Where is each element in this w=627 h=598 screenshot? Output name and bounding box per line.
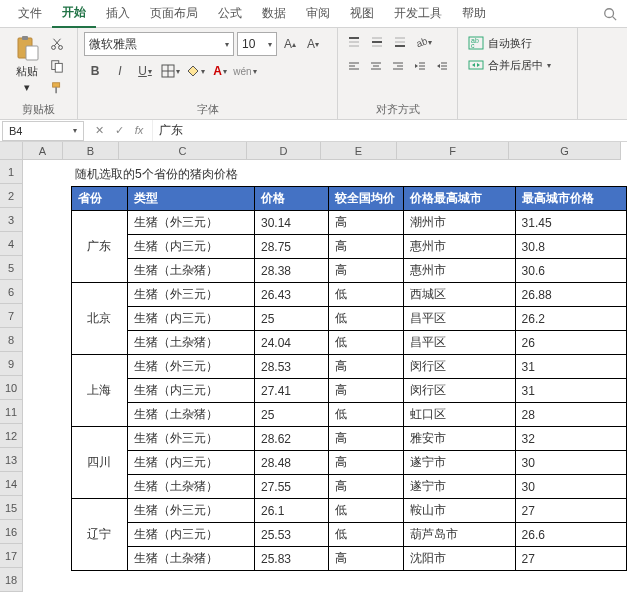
data-cell[interactable]: 30.14	[254, 211, 328, 235]
tab-view[interactable]: 视图	[340, 0, 384, 28]
data-cell[interactable]: 沈阳市	[404, 547, 515, 571]
decrease-indent-button[interactable]	[410, 56, 429, 76]
cancel-edit-button[interactable]: ✕	[92, 124, 106, 137]
search-icon[interactable]	[603, 7, 617, 21]
data-cell[interactable]: 惠州市	[404, 259, 515, 283]
data-cell[interactable]: 生猪（外三元）	[127, 283, 254, 307]
tab-insert[interactable]: 插入	[96, 0, 140, 28]
data-cell[interactable]: 28.62	[254, 427, 328, 451]
data-cell[interactable]: 25.83	[254, 547, 328, 571]
row-header[interactable]: 7	[0, 304, 23, 328]
province-cell[interactable]: 上海	[72, 355, 128, 427]
data-cell[interactable]: 生猪（土杂猪）	[127, 475, 254, 499]
data-cell[interactable]: 25	[254, 403, 328, 427]
data-cell[interactable]: 26.2	[515, 307, 626, 331]
column-header[interactable]: E	[321, 142, 397, 160]
data-cell[interactable]: 生猪（内三元）	[127, 523, 254, 547]
data-cell[interactable]: 30	[515, 475, 626, 499]
province-cell[interactable]: 辽宁	[72, 499, 128, 571]
data-cell[interactable]: 26.43	[254, 283, 328, 307]
merge-center-button[interactable]: 合并后居中▾	[464, 54, 571, 76]
data-cell[interactable]: 31	[515, 379, 626, 403]
column-header[interactable]: D	[247, 142, 321, 160]
row-header[interactable]: 6	[0, 280, 23, 304]
data-cell[interactable]: 高	[328, 379, 404, 403]
data-cell[interactable]: 27.41	[254, 379, 328, 403]
data-cell[interactable]: 26.88	[515, 283, 626, 307]
column-header[interactable]: C	[119, 142, 247, 160]
data-cell[interactable]: 低	[328, 307, 404, 331]
data-cell[interactable]: 低	[328, 499, 404, 523]
data-cell[interactable]: 26.6	[515, 523, 626, 547]
align-center-button[interactable]	[366, 56, 385, 76]
data-cell[interactable]: 昌平区	[404, 331, 515, 355]
bold-button[interactable]: B	[84, 60, 106, 82]
row-header[interactable]: 10	[0, 376, 23, 400]
phonetic-button[interactable]: wén▾	[234, 60, 256, 82]
align-left-button[interactable]	[344, 56, 363, 76]
formula-bar[interactable]: 广东	[152, 120, 627, 141]
data-cell[interactable]: 27	[515, 547, 626, 571]
data-cell[interactable]: 生猪（土杂猪）	[127, 403, 254, 427]
row-header[interactable]: 17	[0, 544, 23, 568]
tab-layout[interactable]: 页面布局	[140, 0, 208, 28]
data-cell[interactable]: 生猪（土杂猪）	[127, 259, 254, 283]
row-header[interactable]: 13	[0, 448, 23, 472]
data-cell[interactable]: 高	[328, 427, 404, 451]
select-all-corner[interactable]	[0, 142, 23, 160]
data-cell[interactable]: 高	[328, 547, 404, 571]
wrap-text-button[interactable]: abc 自动换行	[464, 32, 571, 54]
fx-button[interactable]: fx	[132, 124, 146, 137]
data-cell[interactable]: 25	[254, 307, 328, 331]
tab-data[interactable]: 数据	[252, 0, 296, 28]
increase-font-button[interactable]: A▴	[280, 33, 300, 55]
row-header[interactable]: 12	[0, 424, 23, 448]
tab-help[interactable]: 帮助	[452, 0, 496, 28]
copy-button[interactable]	[47, 56, 67, 76]
data-cell[interactable]: 昌平区	[404, 307, 515, 331]
data-cell[interactable]: 24.04	[254, 331, 328, 355]
data-cell[interactable]: 26	[515, 331, 626, 355]
align-top-button[interactable]	[344, 32, 364, 52]
underline-button[interactable]: U▾	[134, 60, 156, 82]
tab-home[interactable]: 开始	[52, 0, 96, 28]
italic-button[interactable]: I	[109, 60, 131, 82]
font-name-select[interactable]: 微软雅黑▾	[84, 32, 234, 56]
column-header[interactable]: A	[23, 142, 63, 160]
data-cell[interactable]: 高	[328, 211, 404, 235]
data-cell[interactable]: 30.6	[515, 259, 626, 283]
data-cell[interactable]: 26.1	[254, 499, 328, 523]
name-box[interactable]: B4▾	[2, 121, 84, 141]
data-cell[interactable]: 生猪（土杂猪）	[127, 331, 254, 355]
data-cell[interactable]: 30.8	[515, 235, 626, 259]
tab-file[interactable]: 文件	[8, 0, 52, 28]
province-cell[interactable]: 广东	[72, 211, 128, 283]
row-header[interactable]: 8	[0, 328, 23, 352]
row-header[interactable]: 11	[0, 400, 23, 424]
cut-button[interactable]	[47, 34, 67, 54]
font-size-select[interactable]: 10▾	[237, 32, 277, 56]
data-cell[interactable]: 27.55	[254, 475, 328, 499]
data-cell[interactable]: 高	[328, 259, 404, 283]
align-right-button[interactable]	[388, 56, 407, 76]
border-button[interactable]: ▾	[159, 60, 181, 82]
data-cell[interactable]: 高	[328, 355, 404, 379]
column-header[interactable]: B	[63, 142, 119, 160]
row-header[interactable]: 9	[0, 352, 23, 376]
row-header[interactable]: 2	[0, 184, 23, 208]
column-header[interactable]: G	[509, 142, 621, 160]
data-cell[interactable]: 低	[328, 283, 404, 307]
data-cell[interactable]: 高	[328, 451, 404, 475]
data-cell[interactable]: 28.38	[254, 259, 328, 283]
data-cell[interactable]: 潮州市	[404, 211, 515, 235]
data-cell[interactable]: 遂宁市	[404, 451, 515, 475]
align-middle-button[interactable]	[367, 32, 387, 52]
data-cell[interactable]: 27	[515, 499, 626, 523]
align-bottom-button[interactable]	[390, 32, 410, 52]
data-cell[interactable]: 遂宁市	[404, 475, 515, 499]
data-cell[interactable]: 鞍山市	[404, 499, 515, 523]
row-header[interactable]: 1	[0, 160, 23, 184]
data-cell[interactable]: 28.53	[254, 355, 328, 379]
tab-review[interactable]: 审阅	[296, 0, 340, 28]
data-cell[interactable]: 葫芦岛市	[404, 523, 515, 547]
